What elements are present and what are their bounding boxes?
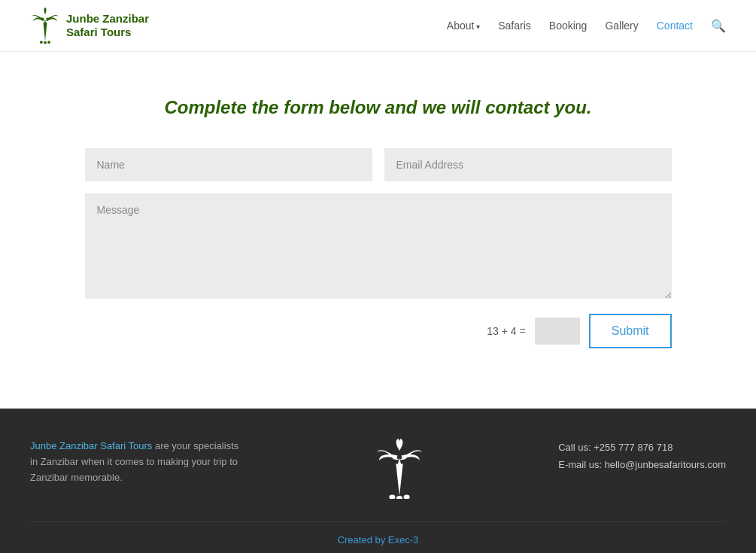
footer-inner: Junbe Zanzibar Safari Tours are your spe… xyxy=(30,439,726,499)
form-title: Complete the form below and we will cont… xyxy=(85,97,672,118)
call-label: Call us: xyxy=(558,442,591,453)
main-nav: About Safaris Booking Gallery Contact 🔍 xyxy=(447,19,726,33)
svg-point-3 xyxy=(390,494,396,499)
nav-about[interactable]: About xyxy=(447,20,480,32)
nav-booking[interactable]: Booking xyxy=(549,20,587,32)
site-header: Junbe Zanzibar Safari Tours About Safari… xyxy=(0,0,756,52)
svg-point-0 xyxy=(40,41,43,44)
footer-brand-highlight: Junbe Zanzibar Safari Tours xyxy=(30,440,152,451)
captcha-input[interactable] xyxy=(535,318,580,345)
submit-button[interactable]: Submit xyxy=(589,314,672,348)
nav-gallery[interactable]: Gallery xyxy=(605,20,638,32)
logo-line1: Junbe Zanzibar xyxy=(66,12,149,26)
footer-bottom: Created by Exec-3 xyxy=(30,521,726,545)
site-footer: Junbe Zanzibar Safari Tours are your spe… xyxy=(0,409,756,553)
footer-palm-icon xyxy=(373,439,426,499)
form-bottom: 13 + 4 = Submit xyxy=(85,314,672,348)
svg-point-5 xyxy=(404,494,410,499)
footer-logo xyxy=(373,439,426,499)
created-by-link[interactable]: Created by Exec-3 xyxy=(338,534,419,545)
search-icon[interactable]: 🔍 xyxy=(711,19,726,33)
email-address: hello@junbesafaritours.com xyxy=(605,459,726,470)
logo-palm-icon xyxy=(30,8,60,44)
form-row-name-email xyxy=(85,148,672,181)
svg-point-4 xyxy=(396,496,402,499)
nav-safaris[interactable]: Safaris xyxy=(498,20,531,32)
footer-email: E-mail us: hello@junbesafaritours.com xyxy=(558,456,726,473)
footer-contact: Call us: +255 777 876 718 E-mail us: hel… xyxy=(558,439,726,474)
logo-line2: Safari Tours xyxy=(66,26,149,39)
footer-description: Junbe Zanzibar Safari Tours are your spe… xyxy=(30,439,241,485)
nav-contact[interactable]: Contact xyxy=(657,20,693,32)
svg-point-1 xyxy=(44,41,47,44)
message-textarea[interactable] xyxy=(85,193,672,299)
name-input[interactable] xyxy=(85,148,372,181)
captcha-label: 13 + 4 = xyxy=(487,325,525,337)
contact-form: 13 + 4 = Submit xyxy=(85,148,672,348)
email-input[interactable] xyxy=(384,148,672,181)
email-label: E-mail us: xyxy=(558,459,602,470)
footer-call: Call us: +255 777 876 718 xyxy=(558,439,726,456)
main-content: Complete the form below and we will cont… xyxy=(70,52,687,409)
svg-point-2 xyxy=(47,41,50,44)
call-number: +255 777 876 718 xyxy=(594,442,673,453)
logo[interactable]: Junbe Zanzibar Safari Tours xyxy=(30,8,149,44)
